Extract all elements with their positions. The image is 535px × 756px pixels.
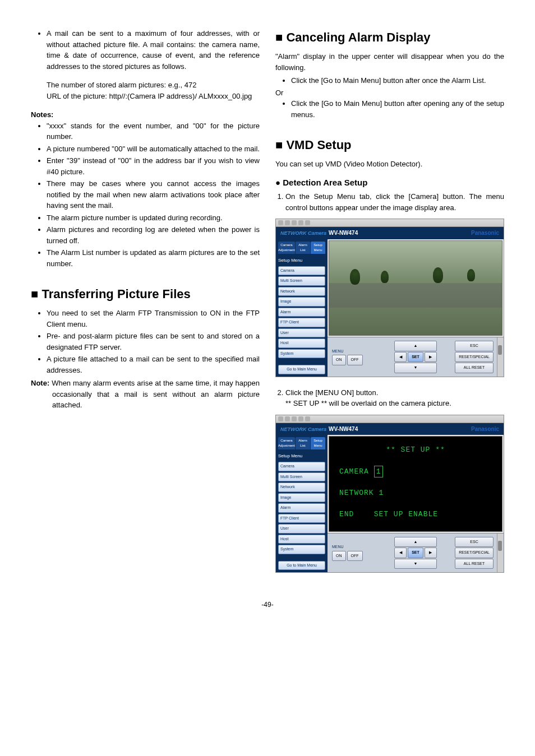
note-item: "xxxx" stands for the event number, and … xyxy=(47,120,260,142)
sidebar-item-host[interactable]: Host xyxy=(278,535,325,544)
sidebar-item-system[interactable]: System xyxy=(278,349,325,359)
nav-left-button[interactable]: ◀ xyxy=(394,352,407,363)
menu-off-button[interactable]: OFF xyxy=(347,355,363,365)
menu-control-bar: MENU ON OFF ▲ ◀ SET ▶ xyxy=(328,337,504,377)
sidebar-item-alarm[interactable]: Alarm xyxy=(278,308,325,317)
tab-setup-menu[interactable]: Setup Menu xyxy=(311,437,325,449)
tab-camera-adjust[interactable]: Camera Adjustment xyxy=(278,242,295,254)
note-item: The alarm picture number is updated duri… xyxy=(47,212,260,224)
sidebar-item-ftp[interactable]: FTP Client xyxy=(278,318,325,327)
menu-label: MENU xyxy=(332,349,344,355)
camera-live-view xyxy=(329,240,502,336)
setup-sidebar: Camera Adjustment Alarm List Setup Menu … xyxy=(276,435,328,572)
transfer-note: Note: When many alarm events arise at th… xyxy=(31,378,260,411)
scrollbar[interactable] xyxy=(497,534,502,573)
setup-sidebar: Camera Adjustment Alarm List Setup Menu … xyxy=(276,239,328,377)
sidebar-item-camera[interactable]: Camera xyxy=(278,266,325,276)
stored-count-line: The number of stored alarm pictures: e.g… xyxy=(47,80,260,91)
scrollbar[interactable] xyxy=(497,337,502,377)
nav-left-button[interactable]: ◀ xyxy=(394,548,407,558)
notes-heading: Notes: xyxy=(31,109,260,120)
sidebar-item-alarm[interactable]: Alarm xyxy=(278,503,325,513)
sidebar-item-ftp[interactable]: FTP Client xyxy=(278,514,325,523)
cancel-intro: "Alarm" display in the upper center will… xyxy=(275,51,504,73)
note-item: The Alarm List number is updated as alar… xyxy=(47,247,260,269)
camera-osd-view: ** SET UP ** CAMERA 1 NETWORK 1 END SET … xyxy=(329,436,502,532)
model-label: WV-NW474 xyxy=(329,230,358,236)
sidebar-item-image[interactable]: Image xyxy=(278,297,325,307)
nav-right-button[interactable]: ▶ xyxy=(425,548,437,558)
nav-down-button[interactable]: ▼ xyxy=(394,363,437,373)
reset-special-button[interactable]: RESET/SPECIAL xyxy=(455,548,494,558)
note-item: A picture numbered "00" will be automati… xyxy=(47,143,260,155)
go-main-menu-button[interactable]: Go to Main Menu xyxy=(278,561,325,571)
screenshot-camera-setup: NETWORK CameraWV-NW474 Panasonic Camera … xyxy=(275,219,504,377)
all-reset-button[interactable]: ALL RESET xyxy=(455,363,494,373)
vmd-intro: You can set up VMD (Video Motion Detecto… xyxy=(275,159,504,170)
browser-toolbar xyxy=(276,415,504,423)
menu-on-button[interactable]: ON xyxy=(332,355,346,365)
or-label: Or xyxy=(275,87,504,99)
sidebar-item-camera[interactable]: Camera xyxy=(278,462,325,471)
menu-control-bar: MENU ON OFF ▲ ◀ SET ▶ xyxy=(328,533,504,573)
brand-label: Panasonic xyxy=(471,425,499,433)
nav-up-button[interactable]: ▲ xyxy=(394,537,437,548)
osd-network-line: NETWORK 1 xyxy=(339,488,492,499)
menu-on-button[interactable]: ON xyxy=(332,551,346,562)
sidebar-item-multiscreen[interactable]: Multi Screen xyxy=(278,472,325,482)
note-item: Alarm pictures and recording log are del… xyxy=(47,224,260,246)
nav-down-button[interactable]: ▼ xyxy=(394,559,437,569)
screenshot-setup-osd: NETWORK CameraWV-NW474 Panasonic Camera … xyxy=(275,415,504,573)
tab-alarm-list[interactable]: Alarm List xyxy=(296,242,310,254)
set-button[interactable]: SET xyxy=(408,548,423,558)
transfer-bullet: A picture file attached to a mail can be… xyxy=(47,354,260,375)
menu-label: MENU xyxy=(332,544,344,550)
cancel-bullet: Click the [Go to Main Menu] button after… xyxy=(291,98,504,120)
cancel-bullet: Click the [Go to Main Menu] button after… xyxy=(291,75,504,86)
note-item: Enter "39" instead of "00" in the addres… xyxy=(47,155,260,177)
sidebar-item-image[interactable]: Image xyxy=(278,493,325,503)
brand-label: Panasonic xyxy=(471,229,499,237)
menu-off-button[interactable]: OFF xyxy=(347,551,363,562)
sidebar-item-user[interactable]: User xyxy=(278,524,325,534)
sidebar-item-host[interactable]: Host xyxy=(278,338,325,348)
sidebar-item-network[interactable]: Network xyxy=(278,483,325,492)
note-item: There may be cases where you cannot acce… xyxy=(47,178,260,211)
mail-info-bullet: A mail can be sent to a maximum of four … xyxy=(47,28,260,72)
product-logo: NETWORK Camera xyxy=(280,426,326,432)
vmd-heading: VMD Setup xyxy=(275,136,504,154)
sidebar-title: Setup Menu xyxy=(278,257,325,264)
all-reset-button[interactable]: ALL RESET xyxy=(455,559,494,569)
sidebar-item-network[interactable]: Network xyxy=(278,287,325,296)
sidebar-item-system[interactable]: System xyxy=(278,545,325,554)
esc-button[interactable]: ESC xyxy=(455,341,494,351)
osd-title: ** SET UP ** xyxy=(339,444,492,456)
tab-alarm-list[interactable]: Alarm List xyxy=(296,437,310,449)
transfer-bullet: You need to set the Alarm FTP Transmissi… xyxy=(47,308,260,330)
page-number: -49- xyxy=(31,600,504,610)
step-2: Click the [MENU ON] button. ** SET UP **… xyxy=(285,387,504,409)
sidebar-item-multiscreen[interactable]: Multi Screen xyxy=(278,276,325,286)
transfer-heading: Transferring Picture Files xyxy=(31,285,260,303)
reset-special-button[interactable]: RESET/SPECIAL xyxy=(455,352,494,363)
detection-heading: Detection Area Setup xyxy=(275,177,504,189)
sidebar-item-user[interactable]: User xyxy=(278,328,325,338)
step-1: On the Setup Menu tab, click the [Camera… xyxy=(285,191,504,213)
nav-right-button[interactable]: ▶ xyxy=(425,352,437,363)
set-button[interactable]: SET xyxy=(408,352,423,363)
osd-camera-line: CAMERA 1 xyxy=(339,466,492,478)
nav-up-button[interactable]: ▲ xyxy=(394,341,437,351)
cancel-heading: Canceling Alarm Display xyxy=(275,28,504,47)
url-line: URL of the picture: http//:(Camera IP ad… xyxy=(57,91,260,102)
osd-end-line: END SET UP ENABLE xyxy=(339,509,492,520)
tab-setup-menu[interactable]: Setup Menu xyxy=(311,242,325,254)
sidebar-title: Setup Menu xyxy=(278,453,325,460)
esc-button[interactable]: ESC xyxy=(455,537,494,548)
go-main-menu-button[interactable]: Go to Main Menu xyxy=(278,365,325,374)
browser-toolbar xyxy=(276,219,504,227)
product-logo: NETWORK Camera xyxy=(280,230,326,236)
model-label: WV-NW474 xyxy=(329,426,358,432)
transfer-bullet: Pre- and post-alarm picture files can be… xyxy=(47,331,260,353)
tab-camera-adjust[interactable]: Camera Adjustment xyxy=(278,437,295,449)
